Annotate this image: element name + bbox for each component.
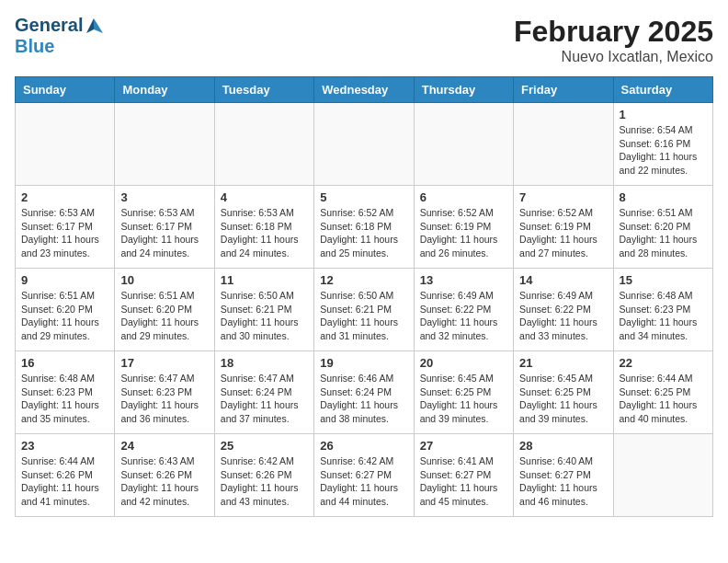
location-title: Nuevo Ixcatlan, Mexico: [514, 49, 713, 65]
day-number: 20: [420, 356, 507, 370]
calendar-week-row: 9Sunrise: 6:51 AM Sunset: 6:20 PM Daylig…: [16, 269, 713, 351]
day-info: Sunrise: 6:53 AM Sunset: 6:17 PM Dayligh…: [120, 206, 208, 260]
day-number: 24: [120, 439, 208, 453]
day-info: Sunrise: 6:40 AM Sunset: 6:27 PM Dayligh…: [519, 454, 607, 509]
day-number: 22: [620, 356, 707, 370]
day-number: 14: [519, 273, 607, 287]
svg-marker-1: [86, 18, 94, 33]
day-number: 19: [320, 356, 407, 370]
calendar-week-row: 2Sunrise: 6:53 AM Sunset: 6:17 PM Daylig…: [16, 186, 713, 269]
calendar-cell: 14Sunrise: 6:49 AM Sunset: 6:22 PM Dayli…: [514, 269, 613, 351]
weekday-header-friday: Friday: [514, 77, 613, 103]
calendar-cell: 19Sunrise: 6:46 AM Sunset: 6:24 PM Dayli…: [314, 351, 414, 434]
calendar-cell: 4Sunrise: 6:53 AM Sunset: 6:18 PM Daylig…: [214, 186, 313, 269]
weekday-header-wednesday: Wednesday: [314, 77, 414, 103]
weekday-header-tuesday: Tuesday: [214, 77, 313, 103]
weekday-header-sunday: Sunday: [16, 77, 115, 103]
calendar-cell: 8Sunrise: 6:51 AM Sunset: 6:20 PM Daylig…: [613, 186, 712, 269]
day-number: 5: [320, 190, 407, 204]
calendar-cell: 26Sunrise: 6:42 AM Sunset: 6:27 PM Dayli…: [314, 434, 414, 517]
calendar-cell: 6Sunrise: 6:52 AM Sunset: 6:19 PM Daylig…: [414, 186, 513, 269]
calendar-cell: 3Sunrise: 6:53 AM Sunset: 6:17 PM Daylig…: [115, 186, 214, 269]
day-info: Sunrise: 6:42 AM Sunset: 6:26 PM Dayligh…: [221, 454, 308, 509]
calendar-cell: 5Sunrise: 6:52 AM Sunset: 6:18 PM Daylig…: [314, 186, 414, 269]
svg-marker-0: [94, 18, 103, 33]
day-info: Sunrise: 6:41 AM Sunset: 6:27 PM Dayligh…: [420, 454, 507, 509]
day-info: Sunrise: 6:47 AM Sunset: 6:24 PM Dayligh…: [221, 372, 308, 426]
day-number: 21: [519, 356, 607, 370]
calendar-cell: 28Sunrise: 6:40 AM Sunset: 6:27 PM Dayli…: [514, 434, 613, 517]
day-info: Sunrise: 6:51 AM Sunset: 6:20 PM Dayligh…: [620, 206, 707, 260]
day-info: Sunrise: 6:52 AM Sunset: 6:18 PM Dayligh…: [320, 206, 407, 260]
day-info: Sunrise: 6:43 AM Sunset: 6:26 PM Dayligh…: [120, 454, 208, 509]
day-number: 8: [620, 190, 707, 204]
calendar-week-row: 16Sunrise: 6:48 AM Sunset: 6:23 PM Dayli…: [16, 351, 713, 434]
day-number: 3: [120, 190, 208, 204]
day-number: 6: [420, 190, 507, 204]
day-info: Sunrise: 6:44 AM Sunset: 6:26 PM Dayligh…: [21, 454, 108, 509]
calendar-cell: 20Sunrise: 6:45 AM Sunset: 6:25 PM Dayli…: [414, 351, 513, 434]
logo-icon: [85, 17, 103, 35]
logo-blue-text: Blue: [15, 36, 54, 57]
calendar-cell: 27Sunrise: 6:41 AM Sunset: 6:27 PM Dayli…: [414, 434, 513, 517]
month-title: February 2025: [514, 15, 713, 49]
calendar-cell: 24Sunrise: 6:43 AM Sunset: 6:26 PM Dayli…: [115, 434, 214, 517]
calendar-cell: 11Sunrise: 6:50 AM Sunset: 6:21 PM Dayli…: [214, 269, 313, 351]
calendar-cell: 16Sunrise: 6:48 AM Sunset: 6:23 PM Dayli…: [16, 351, 115, 434]
calendar-cell: 10Sunrise: 6:51 AM Sunset: 6:20 PM Dayli…: [115, 269, 214, 351]
calendar-header-row: SundayMondayTuesdayWednesdayThursdayFrid…: [16, 77, 713, 103]
logo: General Blue: [15, 15, 103, 57]
calendar-cell: [115, 103, 214, 186]
day-number: 23: [21, 439, 108, 453]
day-info: Sunrise: 6:47 AM Sunset: 6:23 PM Dayligh…: [120, 372, 208, 426]
day-number: 27: [420, 439, 507, 453]
page-header: General Blue February 2025 Nuevo Ixcatla…: [15, 15, 713, 65]
day-info: Sunrise: 6:49 AM Sunset: 6:22 PM Dayligh…: [519, 289, 607, 343]
calendar-cell: 17Sunrise: 6:47 AM Sunset: 6:23 PM Dayli…: [115, 351, 214, 434]
day-number: 2: [21, 190, 108, 204]
calendar-table: SundayMondayTuesdayWednesdayThursdayFrid…: [15, 76, 713, 517]
day-info: Sunrise: 6:53 AM Sunset: 6:17 PM Dayligh…: [21, 206, 108, 260]
day-info: Sunrise: 6:49 AM Sunset: 6:22 PM Dayligh…: [420, 289, 507, 343]
day-info: Sunrise: 6:51 AM Sunset: 6:20 PM Dayligh…: [120, 289, 208, 343]
calendar-cell: 25Sunrise: 6:42 AM Sunset: 6:26 PM Dayli…: [214, 434, 313, 517]
calendar-cell: 7Sunrise: 6:52 AM Sunset: 6:19 PM Daylig…: [514, 186, 613, 269]
day-info: Sunrise: 6:45 AM Sunset: 6:25 PM Dayligh…: [420, 372, 507, 426]
day-number: 10: [120, 273, 208, 287]
calendar-cell: [16, 103, 115, 186]
weekday-header-saturday: Saturday: [613, 77, 712, 103]
day-number: 25: [221, 439, 308, 453]
day-number: 7: [519, 190, 607, 204]
day-info: Sunrise: 6:52 AM Sunset: 6:19 PM Dayligh…: [420, 206, 507, 260]
day-number: 9: [21, 273, 108, 287]
calendar-cell: 18Sunrise: 6:47 AM Sunset: 6:24 PM Dayli…: [214, 351, 313, 434]
day-number: 4: [221, 190, 308, 204]
calendar-week-row: 1Sunrise: 6:54 AM Sunset: 6:16 PM Daylig…: [16, 103, 713, 186]
day-info: Sunrise: 6:52 AM Sunset: 6:19 PM Dayligh…: [519, 206, 607, 260]
title-area: February 2025 Nuevo Ixcatlan, Mexico: [514, 15, 713, 65]
calendar-cell: 12Sunrise: 6:50 AM Sunset: 6:21 PM Dayli…: [314, 269, 414, 351]
day-number: 26: [320, 439, 407, 453]
calendar-week-row: 23Sunrise: 6:44 AM Sunset: 6:26 PM Dayli…: [16, 434, 713, 517]
weekday-header-monday: Monday: [115, 77, 214, 103]
day-info: Sunrise: 6:42 AM Sunset: 6:27 PM Dayligh…: [320, 454, 407, 509]
calendar-cell: [314, 103, 414, 186]
calendar-cell: 9Sunrise: 6:51 AM Sunset: 6:20 PM Daylig…: [16, 269, 115, 351]
day-number: 18: [221, 356, 308, 370]
calendar-cell: [514, 103, 613, 186]
day-info: Sunrise: 6:53 AM Sunset: 6:18 PM Dayligh…: [221, 206, 308, 260]
calendar-cell: 22Sunrise: 6:44 AM Sunset: 6:25 PM Dayli…: [613, 351, 712, 434]
day-number: 28: [519, 439, 607, 453]
day-number: 11: [221, 273, 308, 287]
day-info: Sunrise: 6:50 AM Sunset: 6:21 PM Dayligh…: [320, 289, 407, 343]
calendar-cell: 23Sunrise: 6:44 AM Sunset: 6:26 PM Dayli…: [16, 434, 115, 517]
day-info: Sunrise: 6:54 AM Sunset: 6:16 PM Dayligh…: [620, 123, 707, 178]
calendar-cell: 21Sunrise: 6:45 AM Sunset: 6:25 PM Dayli…: [514, 351, 613, 434]
day-number: 17: [120, 356, 208, 370]
day-info: Sunrise: 6:46 AM Sunset: 6:24 PM Dayligh…: [320, 372, 407, 426]
day-number: 15: [620, 273, 707, 287]
calendar-cell: 2Sunrise: 6:53 AM Sunset: 6:17 PM Daylig…: [16, 186, 115, 269]
day-info: Sunrise: 6:51 AM Sunset: 6:20 PM Dayligh…: [21, 289, 108, 343]
logo-general-text: General: [15, 15, 83, 36]
day-info: Sunrise: 6:48 AM Sunset: 6:23 PM Dayligh…: [21, 372, 108, 426]
